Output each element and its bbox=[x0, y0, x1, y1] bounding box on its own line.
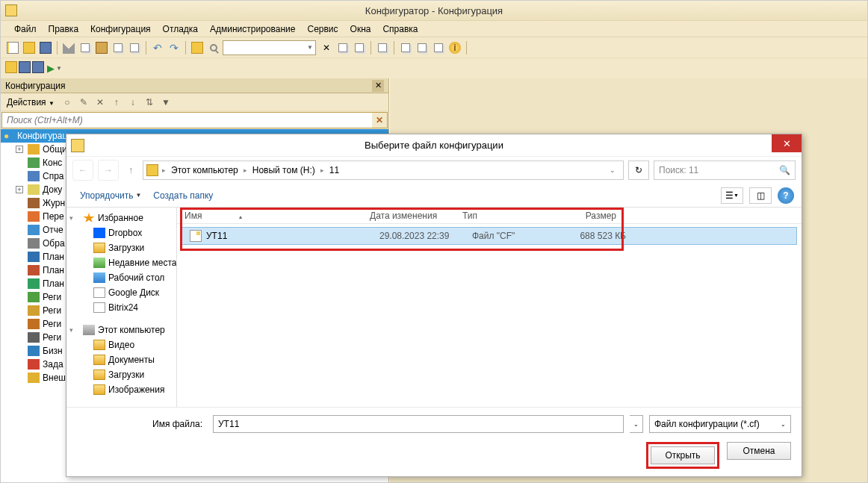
menu-configuration[interactable]: Конфигурация bbox=[84, 22, 157, 37]
dialog-sidebar[interactable]: ▾Избранное Dropbox Загрузки Недавние мес… bbox=[66, 208, 177, 407]
preview-pane-button[interactable]: ◫ bbox=[749, 187, 772, 204]
breadcrumb[interactable]: ▸ Этот компьютер ▸ Новый том (H:) ▸ 11 ⌄ bbox=[143, 161, 624, 180]
refresh-button[interactable]: ↻ bbox=[628, 161, 649, 180]
redo-button[interactable]: ↷ bbox=[167, 40, 182, 55]
sidebar-item[interactable]: Загрузки bbox=[66, 367, 176, 382]
column-header-date[interactable]: Дата изменения bbox=[370, 211, 462, 221]
dialog-search[interactable]: Поиск: 11 🔍 bbox=[654, 161, 796, 180]
menu-debug[interactable]: Отладка bbox=[157, 22, 204, 37]
toolbar-search-input[interactable] bbox=[223, 40, 316, 55]
sidebar-item[interactable]: Google Диск bbox=[66, 285, 176, 300]
sidebar-item[interactable]: Изображения bbox=[66, 382, 176, 397]
breadcrumb-dropdown[interactable]: ⌄ bbox=[605, 166, 620, 174]
sidebar-item[interactable]: Недавние места bbox=[66, 255, 176, 270]
run-dropdown[interactable]: ▼ bbox=[56, 65, 62, 72]
breadcrumb-item[interactable]: Новый том (H:) bbox=[251, 165, 317, 175]
expand-icon[interactable]: + bbox=[16, 186, 23, 193]
compare-button[interactable] bbox=[111, 40, 125, 55]
file-list-header: Имя▴ Дата изменения Тип Размер bbox=[177, 208, 802, 224]
filename-input[interactable] bbox=[213, 415, 624, 433]
tree-button[interactable] bbox=[5, 61, 17, 75]
print-button[interactable] bbox=[127, 40, 142, 55]
config-panel-title: Конфигурация bbox=[5, 81, 66, 91]
tb-nav1[interactable] bbox=[335, 40, 350, 55]
file-list: Имя▴ Дата изменения Тип Размер УТ11 29.0… bbox=[177, 208, 802, 407]
menu-service[interactable]: Сервис bbox=[301, 22, 344, 37]
breadcrumb-item[interactable]: 11 bbox=[328, 165, 341, 175]
toolbar-separator bbox=[57, 41, 58, 54]
cancel-button[interactable]: Отмена bbox=[727, 442, 791, 460]
paste-button[interactable] bbox=[94, 40, 109, 55]
menu-file[interactable]: Файл bbox=[8, 22, 43, 37]
edit-icon[interactable]: ✎ bbox=[77, 96, 90, 109]
tb-tool1[interactable] bbox=[375, 40, 390, 55]
column-header-type[interactable]: Тип bbox=[462, 211, 542, 221]
copy-button[interactable] bbox=[78, 40, 93, 55]
menu-edit[interactable]: Правка bbox=[43, 22, 85, 37]
nav-up-button[interactable]: ↑ bbox=[123, 160, 138, 181]
run-button[interactable]: ▶ bbox=[47, 63, 55, 74]
filetype-select[interactable]: Файл конфигурации (*.cf) ⌄ bbox=[649, 415, 791, 433]
new-folder-button[interactable]: Создать папку bbox=[147, 187, 219, 204]
folder-icon bbox=[93, 355, 105, 365]
file-row-selected[interactable]: УТ11 29.08.2023 22:39 Файл "CF" 688 523 … bbox=[182, 227, 797, 245]
actions-dropdown[interactable]: Действия ▼ bbox=[4, 96, 58, 109]
star-icon bbox=[83, 213, 95, 223]
delete-icon[interactable]: ✕ bbox=[93, 96, 107, 109]
menu-help[interactable]: Справка bbox=[376, 22, 424, 37]
tb-nav2[interactable] bbox=[352, 40, 367, 55]
view-mode-button[interactable]: ☰ ▼ bbox=[721, 187, 743, 204]
search-dropdown[interactable]: ▼ bbox=[307, 44, 313, 51]
open-button[interactable]: Открыть bbox=[651, 446, 715, 464]
tb-tool3[interactable] bbox=[415, 40, 430, 55]
document-icon bbox=[93, 287, 105, 298]
config-search-input[interactable] bbox=[2, 113, 372, 128]
new-button[interactable] bbox=[5, 40, 20, 55]
info-button[interactable]: i bbox=[447, 40, 462, 55]
collapse-icon[interactable]: ▾ bbox=[69, 214, 73, 222]
clear-search-button[interactable]: ✕ bbox=[319, 40, 334, 55]
save-button[interactable] bbox=[38, 40, 53, 55]
sidebar-item[interactable]: Документы bbox=[66, 352, 176, 367]
column-header-size[interactable]: Размер bbox=[542, 211, 616, 221]
add-icon[interactable]: ○ bbox=[61, 96, 74, 109]
config-search: ✕ bbox=[1, 112, 388, 128]
calendar-button[interactable] bbox=[431, 40, 446, 55]
organize-dropdown[interactable]: Упорядочить ▼ bbox=[74, 187, 147, 204]
sidebar-group-favorites[interactable]: ▾Избранное bbox=[66, 211, 176, 225]
sidebar-item[interactable]: Рабочий стол bbox=[66, 270, 176, 285]
cut-button[interactable] bbox=[61, 40, 76, 55]
up-icon[interactable]: ↑ bbox=[110, 96, 123, 109]
nav-forward-button[interactable]: → bbox=[98, 160, 119, 181]
config-panel-close[interactable]: ✕ bbox=[372, 80, 384, 92]
update-db-button[interactable] bbox=[32, 61, 44, 75]
config-search-clear[interactable]: ✕ bbox=[372, 113, 387, 128]
find-button[interactable] bbox=[206, 40, 221, 55]
collapse-icon[interactable]: ▾ bbox=[69, 326, 73, 334]
sidebar-item[interactable]: Dropbox bbox=[66, 225, 176, 240]
sidebar-item[interactable]: Видео bbox=[66, 337, 176, 352]
column-header-name[interactable]: Имя▴ bbox=[185, 211, 370, 221]
dialog-icon bbox=[71, 139, 84, 152]
nav-back-button[interactable]: ← bbox=[72, 160, 93, 181]
menu-administration[interactable]: Администрирование bbox=[204, 22, 301, 37]
chevron-right-icon: ▸ bbox=[318, 166, 326, 174]
sort-icon[interactable]: ⇅ bbox=[143, 96, 156, 109]
filter-icon[interactable]: ▼ bbox=[159, 96, 173, 109]
sidebar-group-computer[interactable]: ▾Этот компьютер bbox=[66, 322, 176, 337]
menu-windows[interactable]: Окна bbox=[344, 22, 377, 37]
undo-button[interactable]: ↶ bbox=[150, 40, 165, 55]
goto-button[interactable] bbox=[190, 40, 205, 55]
syntax-check-button[interactable] bbox=[398, 40, 413, 55]
down-icon[interactable]: ↓ bbox=[126, 96, 140, 109]
dialog-close-button[interactable]: ✕ bbox=[772, 134, 802, 152]
breadcrumb-item[interactable]: Этот компьютер bbox=[170, 165, 240, 175]
sidebar-item[interactable]: Bitrix24 bbox=[66, 300, 176, 315]
folder-icon bbox=[93, 243, 105, 253]
expand-icon[interactable]: + bbox=[16, 146, 23, 153]
db-button[interactable] bbox=[19, 61, 31, 75]
filename-dropdown[interactable]: ⌄ bbox=[630, 415, 643, 433]
open-button[interactable] bbox=[22, 40, 37, 55]
help-button[interactable]: ? bbox=[778, 187, 794, 204]
sidebar-item[interactable]: Загрузки bbox=[66, 240, 176, 255]
